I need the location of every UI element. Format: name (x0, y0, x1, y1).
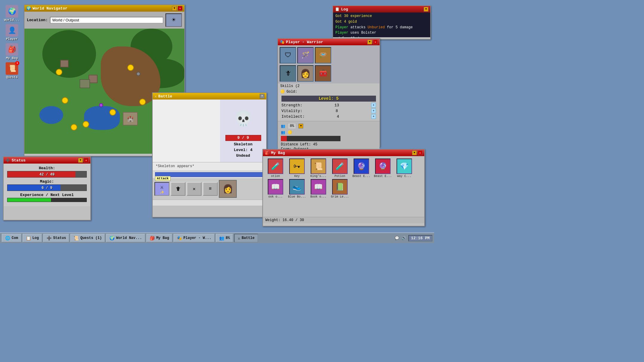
bag-title-group: 🎒 My Bag (265, 150, 285, 155)
vitality-row: Vitality: 8 + (281, 108, 376, 113)
player-body: 🛡 🪄 🪺 🗡 👩 🧰 Skills (2 🟡 Gold: Level: 5 S… (278, 45, 380, 145)
taskbar-status[interactable]: ➕ Status (43, 234, 69, 242)
marker-1 (127, 64, 134, 71)
sidebar-item-player[interactable]: 👤 Player (3, 24, 21, 41)
battle-taskbar-icon: ⚔ (238, 236, 240, 241)
travel-buttons: ▼ (298, 124, 303, 128)
bag-taskbar-label: My Bag (156, 236, 169, 240)
bag-item-beast1[interactable]: 🔮 Beast E... (351, 159, 371, 178)
log-line-1: Got 30 experience (335, 14, 428, 19)
equip-slot-item[interactable]: 🧰 (315, 65, 331, 82)
taskbar-com[interactable]: 🌐 Com (2, 234, 21, 242)
taskbar-worldnav[interactable]: 🌍 World Nav... (106, 234, 145, 242)
log-minimize-btn[interactable]: ▼ (424, 7, 428, 12)
bag-item-shoes[interactable]: 👟 Blue Bo... (287, 179, 307, 198)
battle-titlebar: ⚔ Battle ? (153, 93, 266, 100)
bag-item-potion2[interactable]: 🧪 Potion (330, 159, 350, 178)
status-body: Health: 42 / 49 Magic: 6 / 9 Experience … (4, 164, 90, 206)
travel-bar (281, 136, 340, 141)
level-label: Level: (319, 96, 334, 101)
status-minimize-btn[interactable]: ▼ (78, 158, 83, 163)
sidebar-item-quests[interactable]: 📜 1 Quests (3, 62, 21, 80)
bag-item-key[interactable]: 🗝 Key (287, 159, 307, 178)
equip-slot-2[interactable]: 🪄 (297, 47, 314, 63)
log-line-3: Player attacks Unburied for 5 damage (335, 25, 428, 30)
potion2-label: Potion (335, 175, 345, 178)
exp-row: Experience / Next Level (7, 193, 87, 202)
sidebar-item-bag[interactable]: 🎒 My Bag (3, 43, 21, 60)
taskbar-bag[interactable]: 🎒 My Bag (146, 234, 172, 242)
log-text-5: ed for 10 damage (335, 36, 370, 37)
player-minimize-btn[interactable]: ▼ (367, 40, 372, 44)
taskbar: 🌐 Com 📋 Log ➕ Status 📜 Quests (1) 🌍 Worl… (0, 232, 434, 243)
bag-item-gem[interactable]: 💎 Way C... (394, 159, 414, 178)
grimoire-label: Grim Le... (331, 195, 349, 198)
gold-row: 🟡 Gold: (278, 89, 380, 94)
bag-item-book1[interactable]: 📖 ook o... (265, 179, 286, 198)
intellect-plus-btn[interactable]: + (371, 114, 376, 119)
enemy-level: Level: 4 (234, 148, 252, 152)
key-icon: 🗝 (289, 159, 305, 174)
bag-item-grimoire[interactable]: 📗 Grim Le... (330, 179, 350, 198)
bag-minimize-btn[interactable]: ▼ (412, 150, 417, 155)
options-button[interactable]: ≡ (203, 182, 218, 196)
gem-icon: 💎 (397, 159, 412, 174)
taskbar-log[interactable]: 📋 Log (23, 234, 42, 242)
bag-close-btn[interactable]: ✕ (418, 150, 422, 155)
bag-window-icon: 🎒 (265, 150, 270, 155)
strength-value: 13 (335, 103, 339, 108)
options-icon: ≡ (209, 186, 212, 192)
world-nav-close-btn[interactable]: ✕ (178, 6, 182, 11)
bag-item-scroll[interactable]: 📜 King's... (308, 159, 329, 178)
taskbar-battle[interactable]: ⚔ Battle (234, 234, 258, 242)
world-nav-title: World Navigator (32, 6, 67, 11)
gold-icon: 🟡 (280, 89, 285, 94)
sidebar-item-world[interactable]: 🌍 World... (3, 4, 21, 22)
sidebar: 🌍 World... 👤 Player 🎒 My Bag 📜 1 Quests (2, 4, 22, 80)
log-title-group: 📋 Log (335, 7, 348, 12)
taskbar-player[interactable]: 🎭 Player - W... (174, 234, 215, 242)
forest-1 (42, 30, 96, 78)
travel-down-btn[interactable]: ▼ (298, 124, 303, 128)
equip-slot-3[interactable]: 🪺 (315, 47, 331, 63)
taskbar-quests[interactable]: 📜 Quests (1) (70, 234, 105, 242)
battle-info-btn[interactable]: ? (260, 94, 264, 99)
player-taskbar-icon: 🎭 (177, 236, 182, 241)
player-close-btn[interactable]: ✕ (373, 40, 378, 44)
battle-log-text: *Skeleton appears* (156, 164, 194, 168)
status-taskbar-label: Status (53, 236, 66, 240)
quests-taskbar-icon: 📜 (74, 236, 79, 241)
equip-slot-weapon[interactable]: 🗡 (280, 65, 296, 82)
strength-plus-btn[interactable]: + (371, 103, 376, 108)
world-nav-minimize-btn[interactable]: ▼ (172, 6, 177, 11)
castle: 🏰 (123, 112, 138, 125)
exp-bar (7, 198, 87, 202)
gem-label: Way C... (397, 175, 411, 178)
skills-row: Skills (2 (278, 83, 380, 89)
status-close-btn[interactable]: ✕ (84, 158, 89, 163)
taskbar-right: 💬 🔊 12:16 PM (395, 235, 432, 241)
distance-left: Distance Left: 45 (281, 142, 377, 147)
flee-button[interactable]: ✕ (187, 182, 202, 196)
log-window: 📋 Log ▼ Got 30 experience Got 4 gold Pla… (332, 5, 431, 40)
skills-button[interactable]: 🗡 (171, 182, 185, 196)
log-titlebar: 📋 Log ▼ (333, 6, 430, 13)
bag-item-book2[interactable]: 📖 Book o... (308, 179, 329, 198)
attack-button[interactable]: Attack ⚔ ✨ (154, 182, 169, 196)
log-line-4: Player uses Bolster (335, 30, 428, 35)
status-buttons: ▼ ✕ (78, 158, 89, 163)
taskbar-percent[interactable]: 👥 8% (216, 234, 233, 242)
world-nav-header: Location: ☀️ (24, 12, 184, 29)
location-input[interactable] (50, 17, 163, 23)
player-position (99, 103, 103, 107)
enemy-name: Skeleton (234, 142, 252, 147)
globe-icon: 🌍 (26, 6, 31, 11)
magic-row: Magic: 6 / 9 (7, 179, 87, 191)
bag-item-potion1[interactable]: 🧪 otion (265, 159, 286, 178)
bag-window: 🎒 My Bag ▼ ✕ 🧪 otion 🗝 Key 📜 King's... 🧪 (262, 149, 425, 226)
bag-item-beast2[interactable]: 🔮 Beast E... (373, 159, 393, 178)
bag-body: 🧪 otion 🗝 Key 📜 King's... 🧪 Potion 🔮 Bea… (263, 156, 424, 217)
equip-slot-1[interactable]: 🛡 (280, 47, 296, 63)
flee-icon: ✕ (193, 186, 196, 192)
vitality-plus-btn[interactable]: + (371, 108, 376, 113)
